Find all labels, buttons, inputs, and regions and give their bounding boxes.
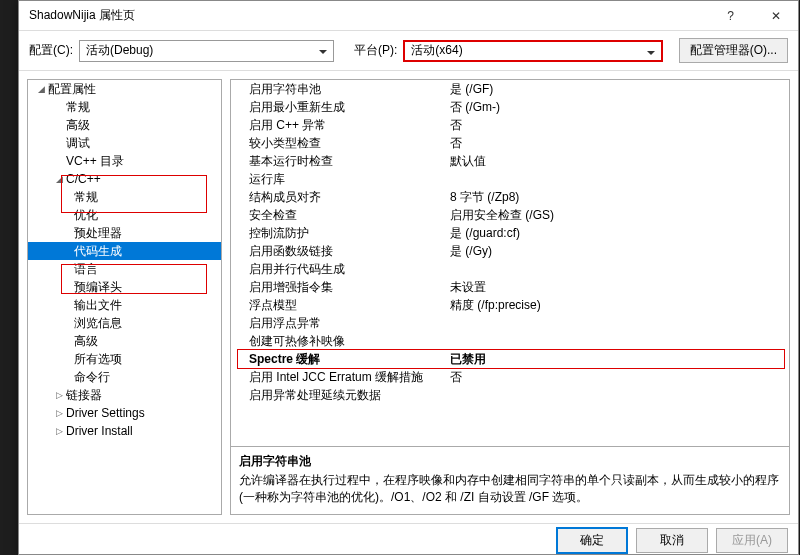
tree-item[interactable]: 常规 [28, 188, 221, 206]
grid-row[interactable]: 较小类型检查否 [231, 134, 789, 152]
grid-key: 结构成员对齐 [231, 189, 446, 206]
tree-item[interactable]: 链接器 [28, 386, 221, 404]
tree-item[interactable]: 语言 [28, 260, 221, 278]
tree-root[interactable]: 配置属性 [28, 80, 221, 98]
tree-item[interactable]: Driver Install [28, 422, 221, 440]
grid-key: 启用增强指令集 [231, 279, 446, 296]
grid-row[interactable]: 启用异常处理延续元数据 [231, 386, 789, 404]
grid-row[interactable]: 运行库 [231, 170, 789, 188]
tree-item[interactable]: Driver Settings [28, 404, 221, 422]
grid-value: 精度 (/fp:precise) [446, 297, 789, 314]
tree-cpp[interactable]: C/C++ [28, 170, 221, 188]
grid-value: 否 [446, 369, 789, 386]
grid-key: 启用 C++ 异常 [231, 117, 446, 134]
grid-row[interactable]: 结构成员对齐8 字节 (/Zp8) [231, 188, 789, 206]
grid-row[interactable]: 启用增强指令集未设置 [231, 278, 789, 296]
tree-item[interactable]: 高级 [28, 116, 221, 134]
grid-value: 否 [446, 117, 789, 134]
grid-row[interactable]: 控制流防护是 (/guard:cf) [231, 224, 789, 242]
grid-key: 启用最小重新生成 [231, 99, 446, 116]
grid-value: 否 (/Gm-) [446, 99, 789, 116]
dialog-body: 配置属性 常规高级调试VC++ 目录 C/C++ 常规优化预处理器代码生成语言预… [19, 71, 798, 523]
grid-row[interactable]: 浮点模型精度 (/fp:precise) [231, 296, 789, 314]
grid-value: 已禁用 [446, 351, 789, 368]
tree-item[interactable]: 预编译头 [28, 278, 221, 296]
tree-item[interactable]: 优化 [28, 206, 221, 224]
property-dialog: ShadowNijia 属性页 ? ✕ 配置(C): 活动(Debug) 平台(… [18, 0, 799, 555]
tree-item[interactable]: 预处理器 [28, 224, 221, 242]
grid-key: 较小类型检查 [231, 135, 446, 152]
ok-button[interactable]: 确定 [556, 527, 628, 554]
grid-key: Spectre 缓解 [231, 351, 446, 368]
description-panel: 启用字符串池 允许编译器在执行过程中，在程序映像和内存中创建相同字符串的单个只读… [230, 447, 790, 515]
window-title: ShadowNijia 属性页 [29, 7, 708, 24]
tree-item[interactable]: 调试 [28, 134, 221, 152]
grid-row[interactable]: 启用 Intel JCC Erratum 缓解措施否 [231, 368, 789, 386]
tree-item[interactable]: 命令行 [28, 368, 221, 386]
tree-item[interactable]: VC++ 目录 [28, 152, 221, 170]
grid-key: 安全检查 [231, 207, 446, 224]
grid-row[interactable]: 安全检查启用安全检查 (/GS) [231, 206, 789, 224]
grid-value: 是 (/GF) [446, 81, 789, 98]
grid-key: 启用并行代码生成 [231, 261, 446, 278]
grid-key: 浮点模型 [231, 297, 446, 314]
titlebar: ShadowNijia 属性页 ? ✕ [19, 1, 798, 31]
grid-key: 控制流防护 [231, 225, 446, 242]
grid-key: 启用 Intel JCC Erratum 缓解措施 [231, 369, 446, 386]
config-row: 配置(C): 活动(Debug) 平台(P): 活动(x64) 配置管理器(O)… [19, 31, 798, 71]
grid-value: 8 字节 (/Zp8) [446, 189, 789, 206]
grid-key: 启用函数级链接 [231, 243, 446, 260]
config-select[interactable]: 活动(Debug) [79, 40, 334, 62]
grid-value: 默认值 [446, 153, 789, 170]
grid-row[interactable]: 创建可热修补映像 [231, 332, 789, 350]
config-label: 配置(C): [29, 42, 73, 59]
grid-key: 运行库 [231, 171, 446, 188]
tree-item[interactable]: 输出文件 [28, 296, 221, 314]
help-button[interactable]: ? [708, 1, 753, 31]
grid-value: 是 (/guard:cf) [446, 225, 789, 242]
grid-key: 启用字符串池 [231, 81, 446, 98]
tree-item[interactable]: 代码生成 [28, 242, 221, 260]
platform-label: 平台(P): [354, 42, 397, 59]
cancel-button[interactable]: 取消 [636, 528, 708, 553]
tree-view[interactable]: 配置属性 常规高级调试VC++ 目录 C/C++ 常规优化预处理器代码生成语言预… [27, 79, 222, 515]
grid-row[interactable]: 启用最小重新生成否 (/Gm-) [231, 98, 789, 116]
grid-row[interactable]: 启用 C++ 异常否 [231, 116, 789, 134]
desc-title: 启用字符串池 [239, 453, 781, 470]
tree-item[interactable]: 高级 [28, 332, 221, 350]
tree-item[interactable]: 所有选项 [28, 350, 221, 368]
tree-item[interactable]: 浏览信息 [28, 314, 221, 332]
grid-value: 未设置 [446, 279, 789, 296]
right-panel: 启用字符串池是 (/GF)启用最小重新生成否 (/Gm-)启用 C++ 异常否较… [230, 79, 790, 515]
property-grid[interactable]: 启用字符串池是 (/GF)启用最小重新生成否 (/Gm-)启用 C++ 异常否较… [230, 79, 790, 447]
desc-text: 允许编译器在执行过程中，在程序映像和内存中创建相同字符串的单个只读副本，从而生成… [239, 472, 781, 506]
platform-select[interactable]: 活动(x64) [403, 40, 663, 62]
grid-row[interactable]: 启用浮点异常 [231, 314, 789, 332]
grid-key: 创建可热修补映像 [231, 333, 446, 350]
config-manager-button[interactable]: 配置管理器(O)... [679, 38, 788, 63]
close-button[interactable]: ✕ [753, 1, 798, 31]
grid-key: 启用浮点异常 [231, 315, 446, 332]
grid-row[interactable]: 启用函数级链接是 (/Gy) [231, 242, 789, 260]
apply-button[interactable]: 应用(A) [716, 528, 788, 553]
footer: 确定 取消 应用(A) [19, 523, 798, 555]
grid-value: 是 (/Gy) [446, 243, 789, 260]
grid-row[interactable]: 基本运行时检查默认值 [231, 152, 789, 170]
grid-row[interactable]: Spectre 缓解已禁用 [231, 350, 789, 368]
grid-value: 否 [446, 135, 789, 152]
grid-row[interactable]: 启用并行代码生成 [231, 260, 789, 278]
grid-value: 启用安全检查 (/GS) [446, 207, 789, 224]
grid-key: 启用异常处理延续元数据 [231, 387, 446, 404]
grid-key: 基本运行时检查 [231, 153, 446, 170]
grid-row[interactable]: 启用字符串池是 (/GF) [231, 80, 789, 98]
tree-item[interactable]: 常规 [28, 98, 221, 116]
